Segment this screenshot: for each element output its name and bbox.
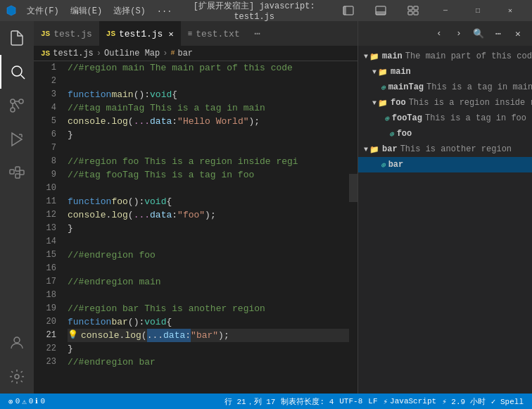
minimap: [349, 61, 357, 394]
status-tab-size[interactable]: 制表符长度: 4: [278, 394, 336, 409]
outline-content: ▼ 📁 main The main part of this code ▼ 📁 …: [358, 46, 532, 394]
maximize-btn[interactable]: □: [462, 0, 494, 21]
outline-item-main-sub[interactable]: ▼ 📁 main: [358, 64, 532, 80]
tab-test-js[interactable]: JS test.js: [34, 21, 99, 46]
app-icon: [6, 5, 17, 16]
outline-icon-foo-plain: ⊕: [389, 130, 394, 139]
layout-grid-btn[interactable]: [397, 0, 429, 21]
status-spell[interactable]: ✓ Spell: [488, 394, 526, 409]
error-icon: ⊗: [8, 397, 13, 406]
status-errors[interactable]: ⊗ 0 ⚠ 0 ℹ 0: [6, 394, 48, 409]
status-language[interactable]: ⚡ JavaScript: [380, 394, 439, 409]
outline-item-main[interactable]: ▼ 📁 main The main part of this code: [358, 49, 532, 64]
outline-desc-maintag: This is a tag in main: [426, 82, 532, 92]
line-num-19: 19: [34, 302, 56, 315]
tabs-more-btn[interactable]: ⋯: [247, 21, 268, 46]
code-content[interactable]: //#region main The main part of this cod…: [62, 61, 357, 394]
outline-label-main: main: [382, 51, 403, 61]
line-num-20: 20: [34, 315, 56, 329]
line-num-5: 5: [34, 115, 56, 128]
tab-label-txt: test.txt: [196, 29, 239, 39]
line-num-10: 10: [34, 182, 56, 195]
main-area: JS test.js JS test1.js ✕ ≡ test.txt ⋯ JS…: [0, 21, 532, 394]
lightbulb-icon: 💡: [68, 329, 78, 342]
outline-label-bar: bar: [382, 144, 398, 154]
code-line-21: 💡 console.log(...data: "bar");: [68, 329, 357, 342]
code-line-2: [68, 75, 357, 88]
outline-region-icon-sub: 📁: [378, 68, 388, 77]
svg-point-8: [12, 66, 22, 76]
line-num-13: 13: [34, 222, 56, 235]
activity-explorer[interactable]: [0, 21, 34, 55]
breadcrumb-outline[interactable]: Outline Map: [104, 49, 160, 58]
outline-search-btn[interactable]: 🔍: [470, 25, 487, 42]
title-bar: 文件(F) 编辑(E) 选择(S) ... [扩展开发宿主] javascrip…: [0, 0, 532, 21]
menu-select[interactable]: 选择(S): [109, 4, 150, 18]
code-line-17: //#endregion main: [68, 275, 357, 289]
status-encoding[interactable]: UTF-8: [336, 394, 365, 409]
layout-sidebar-btn[interactable]: [332, 0, 365, 21]
svg-rect-18: [15, 174, 20, 178]
svg-point-21: [15, 375, 19, 379]
language-text: JavaScript: [390, 397, 436, 405]
window-title: [扩展开发宿主] javascript: test1.js: [182, 0, 327, 22]
warning-icon: ⚠: [22, 397, 27, 406]
breadcrumb-symbol[interactable]: bar: [177, 49, 193, 58]
status-feedback[interactable]: ⚡ 2.9 小时: [439, 394, 488, 409]
layout-panel-btn[interactable]: [365, 0, 397, 21]
tab-test-txt[interactable]: ≡ test.txt: [181, 21, 247, 46]
collapse-arrow-main: ▼: [364, 53, 368, 61]
svg-point-12: [19, 99, 23, 103]
tab-close-btn[interactable]: ✕: [168, 29, 173, 39]
breadcrumb-file[interactable]: test1.js: [53, 49, 94, 58]
code-line-18: [68, 289, 357, 302]
outline-label-maintag: mainTag: [388, 82, 424, 92]
code-line-4: //#tag mainTag This is a tag in main: [68, 101, 357, 115]
svg-point-10: [11, 99, 15, 103]
code-area[interactable]: 1 2 3 4 5 6 7 8 9 10 11 12 13 14 15 16 1: [34, 61, 357, 394]
tab-icon-txt: ≡: [188, 30, 193, 38]
code-line-19: //#region bar This is another region: [68, 302, 357, 315]
activity-run[interactable]: [0, 122, 34, 156]
code-line-7: [68, 141, 357, 155]
activity-search[interactable]: [0, 55, 34, 89]
outline-label-footag: fooTag: [392, 113, 422, 123]
menu-edit[interactable]: 编辑(E): [66, 4, 107, 18]
line-num-23: 23: [34, 355, 56, 369]
collapse-arrow-bar: ▼: [364, 146, 368, 153]
line-num-4: 4: [34, 101, 56, 115]
tab-test1-js[interactable]: JS test1.js ✕: [99, 21, 181, 46]
breadcrumb-sep1: ›: [96, 49, 101, 58]
line-num-9: 9: [34, 168, 56, 182]
outline-item-foo-tag[interactable]: ⊕ foo: [358, 126, 532, 141]
outline-label-main-sub: main: [391, 67, 411, 77]
activity-account[interactable]: [0, 326, 34, 360]
minimize-btn[interactable]: ─: [429, 0, 462, 21]
outline-item-bar[interactable]: ▼ 📁 bar This is another region: [358, 141, 532, 157]
status-line-col[interactable]: 行 21，列 17: [222, 394, 279, 409]
outline-item-bar-selected[interactable]: ⊕ bar: [358, 157, 532, 172]
content-area: JS test.js JS test1.js ✕ ≡ test.txt ⋯ JS…: [34, 21, 532, 394]
svg-rect-16: [10, 170, 14, 174]
activity-source-control[interactable]: [0, 89, 34, 122]
menu-file[interactable]: 文件(F): [23, 4, 63, 18]
outline-prev-btn[interactable]: ‹: [431, 25, 448, 42]
outline-item-footag[interactable]: ⊕ fooTag This is a tag in foo: [358, 111, 532, 126]
menu-more[interactable]: ...: [153, 4, 177, 18]
outline-desc-main: The main part of this code: [405, 51, 532, 61]
activity-extensions[interactable]: [0, 156, 34, 190]
outline-next-btn[interactable]: ›: [450, 25, 467, 42]
code-line-12: console.log(...data: "foo");: [68, 208, 357, 222]
activity-settings[interactable]: [0, 360, 34, 394]
close-btn[interactable]: ✕: [494, 0, 526, 21]
outline-more-btn[interactable]: ⋯: [490, 25, 507, 42]
outline-close-btn[interactable]: ✕: [509, 25, 526, 42]
outline-item-foo[interactable]: ▼ 📁 foo This is a region inside re...: [358, 95, 532, 111]
code-line-13: }: [68, 222, 357, 235]
line-num-15: 15: [34, 248, 56, 262]
outline-item-maintag[interactable]: ⊕ mainTag This is a tag in main: [358, 80, 532, 95]
window-controls: ─ □ ✕: [332, 0, 526, 21]
status-line-ending[interactable]: LF: [365, 394, 380, 409]
outline-tag-icon-foo: ⊕: [384, 114, 389, 123]
line-numbers: 1 2 3 4 5 6 7 8 9 10 11 12 13 14 15 16 1: [34, 61, 62, 394]
